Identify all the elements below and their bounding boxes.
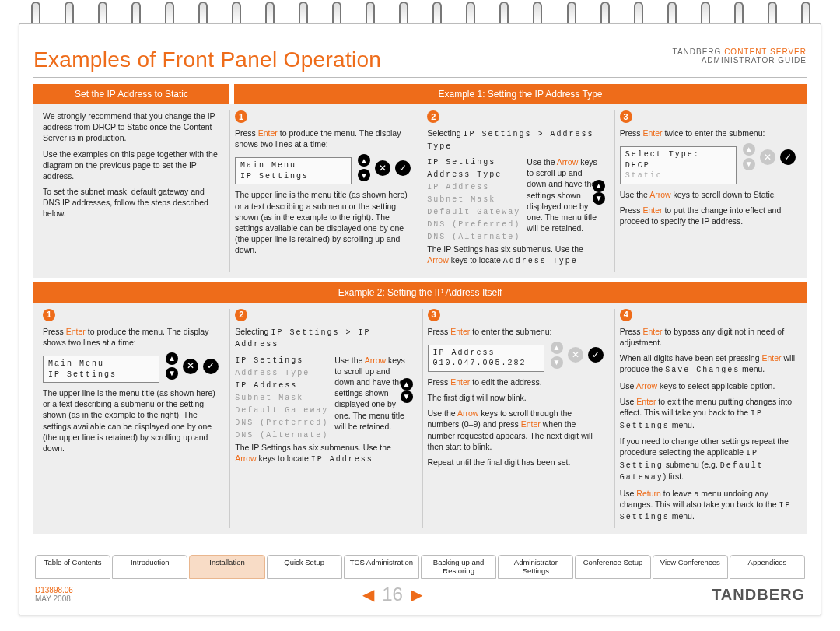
brand-logo: TANDBERG: [712, 586, 805, 604]
b3-p1: Press Enter to enter the submenu:: [428, 326, 605, 337]
cancel-icon: ✕: [375, 160, 390, 176]
nav-appendices[interactable]: Appendices: [730, 555, 805, 579]
up-arrow-icon: ▲: [551, 342, 563, 354]
menu-item: IP Address: [235, 380, 328, 392]
menu-item: DNS (Preferred): [235, 417, 328, 429]
up-arrow-icon: ▲: [593, 180, 605, 192]
intro-p2: Use the examples on this page together w…: [43, 149, 220, 182]
button-cluster: ▲ ▼ ✕ ✓: [551, 342, 604, 369]
step-badge-1: 1: [235, 110, 247, 123]
down-arrow-icon: ▼: [358, 169, 370, 181]
b4-p5: If you need to change other settings rep…: [620, 436, 797, 483]
lcd-line: DHCP: [625, 160, 731, 171]
a-step2: 2 Selecting IP Settings > Address Type I…: [422, 110, 609, 272]
down-arrow-icon: ▼: [166, 367, 178, 380]
doc-header: TANDBERG CONTENT SERVER ADMINISTRATOR GU…: [673, 47, 807, 65]
step-badge-4: 4: [620, 309, 632, 321]
b4-p4: Use Enter to exit the menu putting chang…: [620, 396, 797, 431]
menu-item: IP Settings: [427, 156, 520, 169]
lcd-line: Static: [625, 170, 731, 181]
b2-foot: The IP Settings has six submenus. Use th…: [235, 442, 412, 465]
section-b: 1 Press Enter to produce the menu. The d…: [33, 303, 807, 534]
step-badge-2: 2: [427, 110, 439, 123]
nav-conf-setup[interactable]: Conference Setup: [575, 555, 650, 579]
page-sheet: Examples of Front Panel Operation TANDBE…: [19, 23, 821, 615]
pager: ◀ 16 ▶: [362, 584, 422, 605]
nav-installation[interactable]: Installation: [189, 555, 264, 579]
b-step4: 4 Press Enter to bypass any digit not in…: [614, 309, 802, 528]
enter-icon: ✓: [203, 359, 219, 374]
guide-text: ADMINISTRATOR GUIDE: [702, 56, 807, 65]
menu-item: Subnet Mask: [427, 194, 520, 206]
brand-text: TANDBERG: [673, 47, 722, 56]
button-cluster: ▲ ▼ ✕ ✓: [166, 352, 219, 380]
prev-page-icon[interactable]: ◀: [362, 585, 374, 604]
cancel-icon: ✕: [760, 149, 775, 165]
doc-date: MAY 2008: [35, 594, 71, 603]
nav-admin-settings[interactable]: Administrator Settings: [498, 555, 573, 579]
step-badge-2: 2: [235, 309, 247, 321]
up-arrow-icon: ▲: [401, 378, 413, 391]
a2-sel: Selecting IP Settings > Address Type: [427, 128, 604, 152]
lcd-ipaddress: IP Address 010.047.005.282: [428, 345, 544, 372]
nav-view-conf[interactable]: View Conferences: [653, 555, 728, 579]
nav-tcs-admin[interactable]: TCS Administration: [344, 555, 419, 579]
b3-p2: Press Enter to edit the address.: [428, 377, 605, 387]
menu-list: IP Settings Address Type IP Address Subn…: [427, 156, 520, 244]
nav-quick-setup[interactable]: Quick Setup: [267, 555, 342, 579]
page-number: 16: [382, 584, 403, 605]
b-step3: 3 Press Enter to enter the submenu: IP A…: [422, 309, 610, 528]
lcd-line: Main Menu: [48, 359, 154, 370]
spiral-binding: [23, 0, 817, 26]
a-step1: 1 Press Enter to produce the menu. The d…: [229, 110, 417, 272]
menu-item: Default Gateway: [235, 405, 328, 417]
lcd-line: Main Menu: [240, 160, 346, 171]
page-title: Examples of Front Panel Operation: [33, 47, 381, 72]
b1-p2: The upper line is the menu title (as sho…: [43, 387, 220, 454]
lcd-line: 010.047.005.282: [433, 358, 539, 369]
b-step2: 2 Selecting IP Settings > IP Address IP …: [229, 309, 417, 528]
lcd-selecttype: Select Type: DHCP Static: [620, 146, 737, 184]
enter-icon: ✓: [780, 149, 796, 165]
product-text: CONTENT SERVER: [724, 47, 807, 56]
doc-meta: D13898.06 MAY 2008: [35, 586, 73, 603]
b4-p2: When all digits have been set pressing E…: [620, 352, 797, 376]
down-arrow-icon: ▼: [401, 391, 413, 403]
a3-p3: Press Enter to put the change into effec…: [620, 205, 797, 226]
lcd-line: Select Type:: [625, 149, 731, 160]
enter-icon: ✓: [395, 160, 411, 176]
nav-introduction[interactable]: Introduction: [112, 555, 187, 579]
b4-p1: Press Enter to bypass any digit not in n…: [620, 326, 797, 348]
nav-toc[interactable]: Table of Contents: [35, 555, 110, 579]
a1-p1: Press Enter to produce the menu. The dis…: [235, 128, 412, 149]
nav-backup[interactable]: Backing up and Restoring: [421, 555, 496, 579]
step-badge-3: 3: [428, 309, 440, 321]
section-a-tabs: Set the IP Address to Static Example 1: …: [33, 84, 807, 104]
menu-item: Subnet Mask: [235, 392, 328, 405]
menu-list: IP Settings Address Type IP Address Subn…: [235, 355, 328, 442]
step-badge-1: 1: [43, 309, 55, 321]
enter-icon: ✓: [588, 347, 604, 363]
step-badge-3: 3: [620, 110, 632, 123]
up-arrow-icon: ▲: [743, 143, 755, 156]
button-cluster: ▲ ▼ ✕ ✓: [358, 154, 411, 181]
intro-p3: To set the subnet mask, default gateway …: [43, 186, 220, 219]
page-footer: D13898.06 MAY 2008 ◀ 16 ▶ TANDBERG: [33, 584, 807, 605]
menu-item: IP Address: [427, 181, 520, 194]
down-arrow-icon: ▼: [551, 356, 563, 369]
menu-item: Address Type: [427, 169, 520, 181]
lcd-mainmenu: Main Menu IP Settings: [235, 157, 352, 184]
menu-item: DNS (Preferred): [427, 219, 520, 231]
lcd-mainmenu: Main Menu IP Settings: [43, 356, 159, 383]
a3-p2: Use the Arrow keys to scroll down to Sta…: [620, 189, 797, 200]
next-page-icon[interactable]: ▶: [411, 585, 422, 604]
b-step1: 1 Press Enter to produce the menu. The d…: [38, 309, 225, 528]
down-arrow-icon: ▼: [743, 158, 755, 170]
a1-p2: The upper line is the menu title (as sho…: [235, 189, 412, 255]
lcd-line: IP Settings: [48, 370, 154, 380]
menu-item: Address Type: [235, 367, 328, 380]
lcd-line: IP Settings: [240, 171, 346, 182]
b4-p6: Use Return to leave a menu undoing any c…: [620, 488, 797, 523]
b1-p1: Press Enter to produce the menu. The dis…: [43, 326, 220, 348]
button-cluster: ▲ ▼ ✕ ✓: [743, 143, 796, 170]
